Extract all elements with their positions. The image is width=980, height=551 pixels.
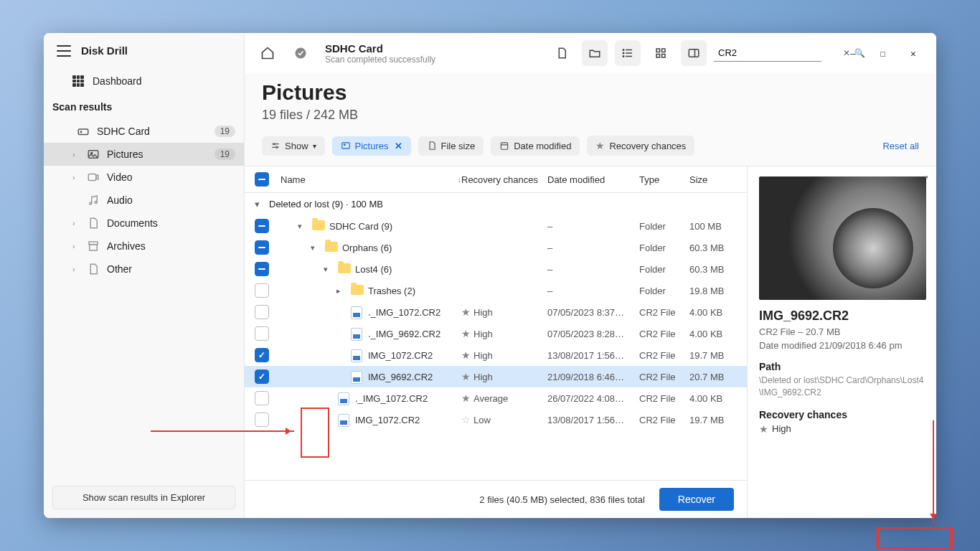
date-modified: – — [547, 286, 639, 296]
table-row[interactable]: ._IMG_1072.CR2★High07/05/2023 8:37…CR2 F… — [245, 301, 747, 323]
file-type: Folder — [639, 221, 689, 232]
nav-archives[interactable]: › Archives — [44, 235, 244, 258]
pictures-icon — [341, 141, 351, 151]
minimize-button[interactable]: — — [840, 42, 866, 65]
table-row[interactable]: ._IMG_1072.CR2★Average26/07/2022 4:08…CR… — [245, 387, 747, 409]
svg-point-9 — [296, 48, 306, 59]
group-header[interactable]: ▾ Deleted or lost (9) · 100 MB — [245, 193, 747, 215]
filter-show[interactable]: Show ▾ — [262, 136, 325, 156]
expand-icon[interactable]: ▾ — [324, 265, 334, 274]
date-modified: – — [547, 221, 639, 232]
doc-icon[interactable] — [549, 40, 575, 66]
file-name: IMG_1072.CR2 — [368, 350, 433, 361]
svg-point-25 — [276, 146, 278, 148]
file-type: CR2 File — [639, 307, 689, 318]
sidebar-header: Disk Drill — [44, 33, 244, 68]
search-box[interactable]: ✕ 🔍 — [714, 44, 821, 62]
row-checkbox[interactable] — [255, 369, 269, 384]
nav-pictures[interactable]: › Pictures 19 — [44, 143, 244, 166]
col-type[interactable]: Type — [639, 174, 689, 185]
table-row[interactable]: IMG_1072.CR2☆Low13/08/2017 1:56…CR2 File… — [245, 409, 747, 430]
file-name: ._IMG_9692.CR2 — [368, 329, 440, 339]
svg-rect-28 — [501, 143, 508, 149]
svg-point-14 — [623, 52, 624, 54]
preview-path-label: Path — [759, 361, 926, 372]
col-recovery[interactable]: Recovery chances — [461, 174, 547, 185]
nav-other[interactable]: › Other — [44, 258, 244, 281]
hamburger-icon[interactable] — [57, 45, 71, 57]
col-date[interactable]: Date modified — [547, 174, 639, 185]
expand-icon[interactable]: ▸ — [336, 286, 347, 296]
col-name[interactable]: Name↓ — [281, 174, 461, 185]
row-checkbox[interactable] — [255, 262, 269, 276]
nav-video[interactable]: › Video — [44, 166, 244, 189]
svg-point-15 — [623, 56, 624, 57]
row-checkbox[interactable] — [255, 326, 269, 341]
preview-image[interactable] — [759, 176, 926, 300]
star-icon: ★ — [461, 371, 471, 382]
filter-pictures[interactable]: Pictures ✕ — [332, 136, 411, 156]
show-in-explorer-button[interactable]: Show scan results in Explorer — [52, 486, 235, 509]
grid-view-icon[interactable] — [648, 40, 674, 66]
remove-filter-icon[interactable]: ✕ — [395, 141, 402, 151]
group-label: Deleted or lost (9) · 100 MB — [269, 199, 383, 209]
sliders-icon — [270, 141, 281, 151]
filter-filesize[interactable]: File size — [418, 136, 484, 156]
table-row[interactable]: ._IMG_9692.CR2★High07/05/2023 8:28…CR2 F… — [245, 323, 747, 344]
row-checkbox[interactable] — [255, 305, 269, 319]
file-name: ._IMG_1072.CR2 — [355, 393, 428, 404]
filter-datemod[interactable]: Date modified — [491, 136, 580, 156]
chevron-down-icon: ▾ — [313, 142, 316, 150]
file-type: Folder — [639, 264, 689, 275]
row-checkbox[interactable] — [255, 413, 269, 427]
list-view-icon[interactable] — [615, 40, 641, 66]
file-size: 19.8 MB — [689, 286, 737, 296]
svg-rect-16 — [656, 49, 660, 52]
table-row[interactable]: IMG_9692.CR2★High21/09/2018 6:46…CR2 Fil… — [245, 366, 747, 387]
expand-icon[interactable]: ▾ — [311, 243, 321, 253]
pictures-icon — [87, 149, 100, 160]
scan-status-icon[interactable] — [288, 40, 314, 66]
row-checkbox[interactable] — [255, 219, 269, 233]
folder-icon — [351, 285, 364, 296]
table-row[interactable]: ▾Orphans (6)–Folder60.3 MB — [245, 237, 747, 258]
nav-device-label: SDHC Card — [97, 126, 207, 137]
table-row[interactable]: ▾SDHC Card (9)–Folder100 MB — [245, 215, 747, 237]
table-row[interactable]: IMG_1072.CR2★High13/08/2017 1:56…CR2 Fil… — [245, 344, 747, 366]
row-checkbox[interactable] — [255, 240, 269, 255]
nav-documents[interactable]: › Documents — [44, 212, 244, 235]
filter-recchance[interactable]: ★ Recovery chances — [587, 136, 694, 156]
nav-audio[interactable]: Audio — [44, 189, 244, 212]
recovery-chance: ☆Low — [461, 414, 547, 425]
file-icon — [351, 371, 364, 382]
chevron-down-icon[interactable]: ▾ — [255, 199, 269, 209]
maximize-button[interactable]: ☐ — [870, 42, 896, 65]
archives-icon — [87, 240, 100, 252]
folder-view-icon[interactable] — [582, 40, 608, 66]
row-checkbox[interactable] — [255, 348, 269, 362]
split-view-icon[interactable] — [681, 40, 707, 66]
home-icon[interactable] — [255, 40, 281, 66]
table-row[interactable]: ▸Trashes (2)–Folder19.8 MB — [245, 280, 747, 301]
table-row[interactable]: ▾Lost4 (6)–Folder60.3 MB — [245, 258, 747, 280]
file-type: Folder — [639, 286, 689, 296]
file-icon — [427, 141, 437, 151]
row-checkbox[interactable] — [255, 391, 269, 405]
folder-icon — [338, 263, 351, 275]
dashboard-nav[interactable]: Dashboard — [44, 68, 244, 94]
col-size[interactable]: Size — [689, 174, 737, 185]
file-name: IMG_9692.CR2 — [368, 372, 433, 382]
row-checkbox[interactable] — [255, 283, 269, 298]
topbar-title-block: SDHC Card Scan completed successfully — [325, 42, 435, 65]
select-all-checkbox[interactable] — [255, 172, 269, 187]
search-input[interactable] — [718, 47, 839, 58]
other-icon — [87, 263, 100, 275]
svg-point-6 — [95, 202, 97, 204]
recover-button[interactable]: Recover — [659, 488, 734, 511]
reset-filters[interactable]: Reset all — [882, 141, 919, 151]
nav-device[interactable]: SDHC Card 19 — [44, 120, 244, 143]
close-button[interactable]: ✕ — [900, 42, 926, 65]
nav-other-label: Other — [107, 263, 235, 275]
svg-point-13 — [623, 50, 624, 51]
expand-icon[interactable]: ▾ — [298, 222, 308, 231]
